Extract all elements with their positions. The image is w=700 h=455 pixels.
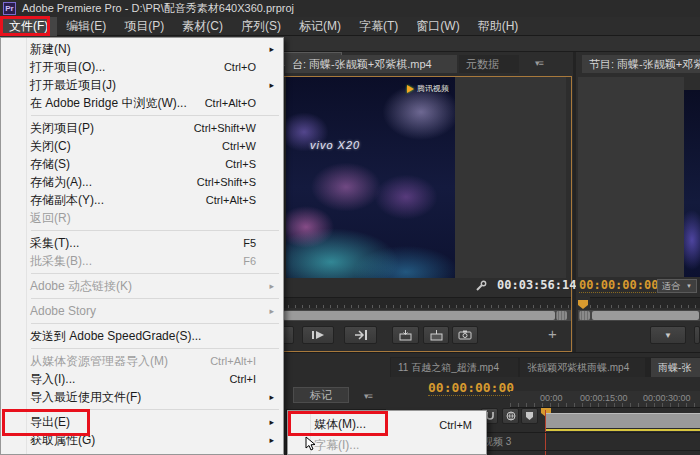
menu-separator bbox=[1, 345, 283, 352]
source-monitor-letterbox bbox=[455, 77, 566, 278]
submenu-item-captions: 字幕(I)... bbox=[288, 435, 486, 455]
window-title: Adobe Premiere Pro - D:\PR\配音秀素材640X360.… bbox=[22, 1, 294, 16]
menubar-item-help[interactable]: 帮助(H) bbox=[469, 17, 528, 36]
chevron-down-icon: ▼ bbox=[686, 280, 692, 292]
scrollbar-grip[interactable] bbox=[556, 311, 567, 320]
program-timecode: 00:00:00:00 bbox=[579, 278, 658, 293]
program-fit-select[interactable]: 适合 ▼ bbox=[657, 279, 697, 293]
menu-item-dynamic-link: Adobe 动态链接(K)▸ bbox=[1, 277, 283, 295]
premiere-window: Pr Adobe Premiere Pro - D:\PR\配音秀素材640X3… bbox=[0, 0, 700, 455]
scrollbar-grip[interactable] bbox=[579, 311, 590, 320]
menubar-item-title[interactable]: 字幕(T) bbox=[350, 17, 407, 36]
source-monitor-panel: 台: 雨蝶-张靓颖+邓紫棋.mp4 元数据 ▾≡ 腾讯视频 vivo X20 1… bbox=[280, 52, 573, 352]
ruler-tick-label: 00:00:30:00 bbox=[643, 393, 691, 403]
tab-sequence-2[interactable]: 张靓颖邓紫棋雨蝶.mp4 bbox=[520, 358, 645, 377]
step-forward-button[interactable] bbox=[302, 326, 334, 344]
file-menu-dropdown: 新建(N)▸ 打开项目(O)...Ctrl+O 打开最近项目(J)▸ 在 Ado… bbox=[0, 37, 284, 455]
settings-wrench-button[interactable] bbox=[473, 279, 489, 293]
menu-separator bbox=[1, 295, 283, 302]
ruler-tick-label: 00:00:15:00 bbox=[580, 393, 628, 403]
work-area-bar[interactable] bbox=[546, 413, 700, 428]
insert-icon bbox=[399, 330, 412, 341]
program-scrollbar[interactable] bbox=[578, 310, 700, 321]
submenu-item-media[interactable]: 媒体(M)...Ctrl+M bbox=[288, 414, 486, 435]
globe-icon bbox=[506, 411, 516, 421]
source-video-preview: 腾讯视频 vivo X20 bbox=[286, 77, 455, 278]
source-scrollbar[interactable] bbox=[281, 310, 571, 321]
tab-sequence-active[interactable]: 雨蝶-张 bbox=[651, 358, 700, 377]
insert-button[interactable] bbox=[392, 326, 419, 344]
tab-sequence-1[interactable]: 11 百越之箱_超清.mp4 bbox=[391, 358, 518, 377]
menu-item-open-recent[interactable]: 打开最近项目(J)▸ bbox=[1, 76, 283, 94]
menubar-item-project[interactable]: 项目(P) bbox=[115, 17, 173, 36]
menubar-item-edit[interactable]: 编辑(E) bbox=[57, 17, 115, 36]
menu-item-save-copy[interactable]: 存储副本(Y)...Ctrl+Alt+S bbox=[1, 191, 283, 209]
submenu-arrow-icon: ▸ bbox=[269, 306, 274, 316]
menubar-item-clip[interactable]: 素材(C) bbox=[173, 17, 232, 36]
encore-marker-button[interactable] bbox=[502, 408, 519, 424]
menu-item-revert: 返回(R) bbox=[1, 209, 283, 227]
submenu-arrow-icon: ▸ bbox=[269, 435, 274, 445]
overwrite-icon bbox=[430, 330, 443, 341]
panel-menu-icon[interactable]: ▾≡ bbox=[364, 391, 372, 401]
menu-item-browse-bridge[interactable]: 在 Adobe Bridge 中浏览(W)...Ctrl+Alt+O bbox=[1, 94, 283, 112]
menu-separator bbox=[1, 320, 283, 327]
source-mini-ruler[interactable] bbox=[281, 297, 571, 308]
menu-separator bbox=[1, 112, 283, 119]
add-button[interactable]: + bbox=[548, 325, 557, 342]
menu-item-new[interactable]: 新建(N)▸ bbox=[1, 40, 283, 58]
timeline-ruler[interactable]: 00:00 00:00:15:00 00:00:30:00 bbox=[510, 391, 700, 408]
menu-item-close[interactable]: 关闭(C)Ctrl+W bbox=[1, 137, 283, 155]
menu-separator bbox=[1, 406, 283, 413]
export-submenu: 媒体(M)...Ctrl+M 字幕(I)... bbox=[287, 410, 487, 455]
menu-item-save[interactable]: 存储(S)Ctrl+S bbox=[1, 155, 283, 173]
menubar-item-window[interactable]: 窗口(W) bbox=[407, 17, 468, 36]
menubar-item-file[interactable]: 文件(F) bbox=[0, 17, 57, 36]
menu-item-import-recent[interactable]: 导入最近使用文件(F)▸ bbox=[1, 388, 283, 406]
premiere-app-icon: Pr bbox=[3, 2, 16, 15]
menu-item-open-project[interactable]: 打开项目(O)...Ctrl+O bbox=[1, 58, 283, 76]
camera-icon bbox=[458, 330, 472, 340]
goto-out-icon bbox=[354, 330, 368, 340]
menu-item-save-as[interactable]: 存储为(A)...Ctrl+Shift+S bbox=[1, 173, 283, 191]
work-area-underline bbox=[546, 429, 700, 431]
marker-button[interactable] bbox=[521, 408, 538, 424]
transport-partial-button[interactable] bbox=[694, 326, 700, 344]
program-playhead[interactable] bbox=[578, 300, 588, 309]
menubar-item-sequence[interactable]: 序列(S) bbox=[232, 17, 290, 36]
menu-item-import[interactable]: 导入(I)...Ctrl+I bbox=[1, 370, 283, 388]
menu-bar: 文件(F) 编辑(E) 项目(P) 素材(C) 序列(S) 标记(M) 字幕(T… bbox=[0, 17, 700, 36]
menu-item-close-project[interactable]: 关闭项目(P)Ctrl+Shift+W bbox=[1, 119, 283, 137]
down-pentagon-icon: ▼ bbox=[664, 331, 672, 340]
menu-item-batch-capture: 批采集(B)...F6 bbox=[1, 252, 283, 270]
play-logo-icon bbox=[407, 85, 414, 93]
panel-menu-icon[interactable]: ▾≡ bbox=[535, 58, 543, 68]
tab-source-clip[interactable]: 台: 雨蝶-张靓颖+邓紫棋.mp4 bbox=[285, 55, 457, 73]
step-forward-icon bbox=[311, 330, 325, 340]
overwrite-button[interactable] bbox=[423, 326, 449, 344]
menu-item-export[interactable]: 导出(E)▸ bbox=[1, 413, 283, 431]
lift-button[interactable]: ▼ bbox=[650, 326, 686, 344]
menu-item-capture[interactable]: 采集(T)...F5 bbox=[1, 234, 283, 252]
program-monitor-area bbox=[578, 77, 684, 277]
menubar-item-marker[interactable]: 标记(M) bbox=[290, 17, 350, 36]
submenu-arrow-icon: ▸ bbox=[269, 80, 274, 90]
tab-markers[interactable]: 标记 bbox=[293, 387, 349, 403]
menu-item-adobe-story: Adobe Story▸ bbox=[1, 302, 283, 320]
tab-metadata[interactable]: 元数据 bbox=[459, 55, 519, 73]
menu-item-send-speedgrade[interactable]: 发送到 Adobe SpeedGrade(S)... bbox=[1, 327, 283, 345]
menu-item-get-properties[interactable]: 获取属性(G)▸ bbox=[1, 431, 283, 449]
tab-program[interactable]: 节目: 雨蝶-张靓颖+邓紫 bbox=[582, 55, 700, 73]
menu-item-import-media-browser: 从媒体资源管理器导入(M)Ctrl+Alt+I bbox=[1, 352, 283, 370]
program-video-preview bbox=[684, 90, 700, 277]
export-frame-button[interactable] bbox=[452, 326, 478, 344]
submenu-arrow-icon: ▸ bbox=[269, 392, 274, 402]
menu-separator bbox=[1, 270, 283, 277]
program-monitor-panel: 节目: 雨蝶-张靓颖+邓紫 00:00:00:00 适合 ▼ ▼ bbox=[576, 52, 700, 352]
tencent-video-watermark: 腾讯视频 bbox=[407, 83, 449, 94]
goto-outpoint-button[interactable] bbox=[344, 326, 377, 344]
source-timecode: 00:03:56:14 bbox=[497, 278, 576, 292]
video-overlay-text: vivo X20 bbox=[310, 139, 360, 151]
timeline-timecode: 00:00:00:00 bbox=[428, 380, 514, 396]
program-mini-ruler[interactable] bbox=[590, 297, 700, 308]
